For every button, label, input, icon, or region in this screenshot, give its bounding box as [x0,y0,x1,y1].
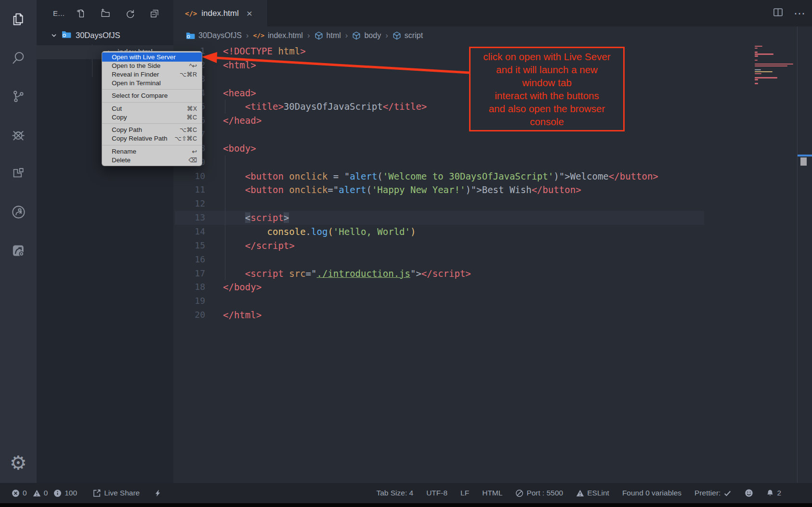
status-errors[interactable]: 0 [12,489,27,497]
menu-item-reveal-in-finder[interactable]: Reveal in Finder⌥⌘R [102,70,202,79]
status-notifications[interactable]: 2 [766,489,781,497]
activity-search[interactable] [0,39,37,77]
activity-extensions[interactable] [0,154,37,193]
minimap-line [755,46,762,47]
minimap-line [755,69,761,70]
menu-item-label: Select for Compare [112,92,197,99]
breadcrumb-item-30DaysOfJS[interactable]: 30DaysOfJS [185,31,242,40]
line-number: 19 [173,294,205,308]
minimap-line [755,83,758,84]
code-line-10[interactable]: 10 <button onclick = "alert('Welcome to … [173,169,812,183]
tab-close-icon[interactable]: × [247,8,252,18]
breadcrumb-item-index.html[interactable]: </>index.html [253,31,302,40]
menu-item-label: Open to the Side [112,62,189,69]
more-actions-icon[interactable]: ⋯ [794,11,805,16]
code-line-20[interactable]: 20</html> [173,308,812,322]
code-line-17[interactable]: 17 <script src="./introduction.js"></scr… [173,267,812,281]
code-line-8[interactable]: 8<body> [173,142,812,156]
menu-item-copy-path[interactable]: Copy Path⌥⌘C [102,126,202,134]
breadcrumb-label: html [327,31,341,40]
code-line-11[interactable]: 11 <button onclick="alert('Happy New Yea… [173,183,812,197]
status-live-server-bolt[interactable] [154,489,161,498]
menu-item-delete[interactable]: Delete⌫ [102,156,202,164]
activity-run-and-debug[interactable] [0,116,37,154]
status-infos[interactable]: 100 [53,489,77,497]
menu-item-open-in-terminal[interactable]: Open in Terminal [102,78,202,87]
minimap-line [755,48,758,49]
context-menu: Open with Live ServerOpen to the Side^↩R… [102,51,202,166]
refresh-icon[interactable] [125,8,135,19]
code-line-15[interactable]: 15 </script> [173,239,812,253]
status-warnings[interactable]: 0 [33,489,48,497]
status-eol[interactable]: LF [460,489,469,497]
bolt-icon [154,489,161,498]
minimap[interactable] [755,46,795,85]
menu-separator [102,102,202,103]
menu-item-open-with-live-server[interactable]: Open with Live Server [102,52,202,62]
breadcrumb-label: script [405,31,423,40]
line-number: 17 [173,267,205,281]
check-icon [723,489,732,497]
breadcrumb-item-script[interactable]: script [393,31,423,40]
menu-item-copy[interactable]: Copy⌘C [102,113,202,121]
status-tab-size[interactable]: Tab Size: 4 [376,489,413,497]
menu-item-cut[interactable]: Cut⌘X [102,104,202,113]
settings-gear-icon[interactable]: ⚙ [0,453,37,472]
info-icon [53,489,62,497]
code-text: </body> [223,280,262,294]
activity-explorer[interactable] [0,0,37,39]
scrollbar-thumb[interactable] [800,157,807,166]
menu-item-shortcut: ⌘X [187,105,197,112]
new-folder-icon[interactable] [100,8,111,19]
status-label: 0 [23,489,27,497]
status-variables[interactable]: Found 0 variables [622,489,681,497]
status-live-share[interactable]: Live Share [92,489,140,497]
activity-live-share[interactable] [0,193,37,231]
tree-root-folder[interactable]: 30DaysOfJS [37,28,173,42]
code-line-18[interactable]: 18</body> [173,280,812,294]
code-line-16[interactable]: 16 [173,253,812,267]
menu-item-copy-relative-path[interactable]: Copy Relative Path⌥⇧⌘C [102,134,202,143]
menu-item-rename[interactable]: Rename↩ [102,147,202,156]
symbol-cube-icon [352,31,361,40]
menu-item-label: Copy Relative Path [112,135,175,142]
live-share-icon [11,204,26,220]
status-port[interactable]: Port : 5500 [515,489,563,497]
collapse-all-icon[interactable] [149,8,160,19]
code-text: <script> [223,211,289,225]
status-language-mode[interactable]: HTML [482,489,502,497]
activity-source-control[interactable] [0,77,37,116]
new-file-icon[interactable] [76,8,86,19]
breadcrumb-item-body[interactable]: body [352,31,381,40]
debug-icon [11,127,26,143]
bell-icon [766,489,774,497]
status-eslint[interactable]: ESLint [576,489,609,497]
search-icon [11,50,26,65]
breadcrumb-item-html[interactable]: html [314,31,341,40]
code-line-19[interactable]: 19 [173,294,812,308]
activity-live-server[interactable] [0,231,37,270]
folder-icon [61,29,71,41]
status-label: HTML [482,489,502,497]
minimap-line [755,53,773,54]
code-line-14[interactable]: 14 console.log('Hello, World') [173,225,812,239]
menu-item-open-to-the-side[interactable]: Open to the Side^↩ [102,62,202,70]
tab-index-html[interactable]: </> index.html × [173,0,268,26]
line-number: 20 [173,308,205,322]
extensions-icon [11,166,26,181]
code-line-9[interactable]: 9 [173,156,812,169]
status-prettier[interactable]: Prettier: [694,489,732,497]
code-text: <button onclick = "alert('Welcome to 30D… [223,169,658,183]
window-bottom-edge [0,503,812,507]
status-encoding[interactable]: UTF-8 [426,489,447,497]
status-bar: 00100Live Share Tab Size: 4UTF-8LFHTMLPo… [0,483,812,503]
menu-item-shortcut: ⌥⇧⌘C [175,135,197,142]
status-feedback[interactable] [745,489,753,497]
code-line-12[interactable]: 12 [173,197,812,211]
minimap-line [755,64,793,65]
menu-item-select-for-compare[interactable]: Select for Compare [102,91,202,100]
split-editor-icon[interactable] [773,7,783,19]
menu-item-label: Copy [112,114,186,121]
code-line-13[interactable]: 13 <script> [173,211,812,225]
warning-icon [576,489,584,497]
